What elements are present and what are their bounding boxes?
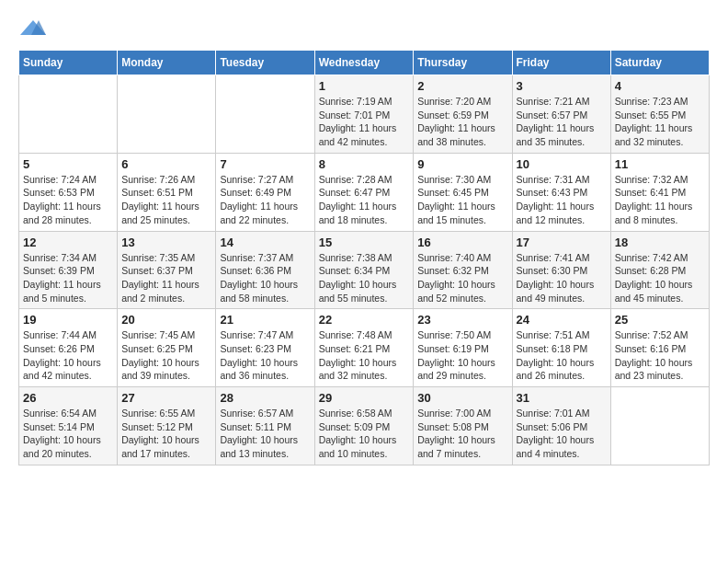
day-info: Sunrise: 7:45 AMSunset: 6:25 PMDaylight:…	[121, 328, 211, 383]
calendar-body: 1Sunrise: 7:19 AMSunset: 7:01 PMDaylight…	[19, 75, 710, 465]
day-number: 4	[615, 79, 705, 93]
day-number: 28	[220, 391, 310, 405]
day-number: 15	[319, 236, 410, 249]
day-number: 6	[121, 157, 211, 171]
calendar-table: SundayMondayTuesdayWednesdayThursdayFrid…	[18, 50, 710, 465]
day-info: Sunrise: 7:23 AMSunset: 6:55 PMDaylight:…	[615, 95, 705, 149]
day-info: Sunrise: 7:47 AMSunset: 6:23 PMDaylight:…	[220, 328, 310, 383]
day-info: Sunrise: 7:20 AMSunset: 6:59 PMDaylight:…	[417, 95, 507, 149]
day-number: 21	[220, 313, 310, 327]
day-number: 9	[417, 157, 507, 171]
calendar-cell: 8Sunrise: 7:28 AMSunset: 6:47 PMDaylight…	[314, 153, 414, 231]
calendar-cell: 21Sunrise: 7:47 AMSunset: 6:23 PMDayligh…	[216, 309, 314, 387]
calendar-cell: 18Sunrise: 7:42 AMSunset: 6:28 PMDayligh…	[610, 231, 709, 309]
calendar-cell: 29Sunrise: 6:58 AMSunset: 5:09 PMDayligh…	[314, 387, 414, 465]
logo	[18, 18, 46, 35]
day-info: Sunrise: 6:54 AMSunset: 5:14 PMDaylight:…	[23, 407, 113, 461]
calendar-cell	[118, 75, 216, 154]
day-number: 29	[319, 391, 410, 405]
day-number: 5	[23, 157, 113, 171]
calendar-cell: 9Sunrise: 7:30 AMSunset: 6:45 PMDaylight…	[414, 153, 512, 231]
calendar-cell: 23Sunrise: 7:50 AMSunset: 6:19 PMDayligh…	[414, 309, 512, 387]
calendar-cell: 7Sunrise: 7:27 AMSunset: 6:49 PMDaylight…	[216, 153, 314, 231]
week-row-4: 19Sunrise: 7:44 AMSunset: 6:26 PMDayligh…	[19, 309, 710, 387]
page-header	[18, 18, 710, 35]
day-info: Sunrise: 7:28 AMSunset: 6:47 PMDaylight:…	[319, 173, 410, 227]
day-info: Sunrise: 7:24 AMSunset: 6:53 PMDaylight:…	[23, 173, 113, 227]
day-info: Sunrise: 7:30 AMSunset: 6:45 PMDaylight:…	[417, 173, 507, 227]
week-row-3: 12Sunrise: 7:34 AMSunset: 6:39 PMDayligh…	[19, 231, 710, 309]
weekday-header-friday: Friday	[512, 51, 610, 75]
day-number: 1	[319, 79, 410, 93]
day-info: Sunrise: 7:21 AMSunset: 6:57 PMDaylight:…	[517, 95, 607, 149]
day-number: 26	[23, 391, 113, 405]
calendar-cell: 3Sunrise: 7:21 AMSunset: 6:57 PMDaylight…	[512, 75, 610, 154]
day-number: 30	[417, 391, 507, 405]
calendar-cell: 6Sunrise: 7:26 AMSunset: 6:51 PMDaylight…	[118, 153, 216, 231]
logo-icon	[20, 18, 46, 39]
calendar-cell: 27Sunrise: 6:55 AMSunset: 5:12 PMDayligh…	[118, 387, 216, 465]
day-number: 12	[23, 236, 113, 249]
day-info: Sunrise: 6:58 AMSunset: 5:09 PMDaylight:…	[319, 407, 410, 461]
calendar-cell: 22Sunrise: 7:48 AMSunset: 6:21 PMDayligh…	[314, 309, 414, 387]
day-number: 3	[517, 79, 607, 93]
calendar-cell: 1Sunrise: 7:19 AMSunset: 7:01 PMDaylight…	[314, 75, 414, 154]
calendar-cell	[19, 75, 118, 154]
day-info: Sunrise: 7:51 AMSunset: 6:18 PMDaylight:…	[517, 328, 607, 383]
day-info: Sunrise: 7:34 AMSunset: 6:39 PMDaylight:…	[23, 251, 113, 305]
day-number: 25	[615, 313, 705, 327]
day-info: Sunrise: 7:26 AMSunset: 6:51 PMDaylight:…	[121, 173, 211, 227]
day-info: Sunrise: 7:48 AMSunset: 6:21 PMDaylight:…	[319, 328, 410, 383]
calendar-cell: 20Sunrise: 7:45 AMSunset: 6:25 PMDayligh…	[118, 309, 216, 387]
day-info: Sunrise: 7:52 AMSunset: 6:16 PMDaylight:…	[615, 328, 705, 383]
calendar-cell: 30Sunrise: 7:00 AMSunset: 5:08 PMDayligh…	[414, 387, 512, 465]
day-number: 2	[417, 79, 507, 93]
day-number: 16	[417, 236, 507, 249]
calendar-cell: 26Sunrise: 6:54 AMSunset: 5:14 PMDayligh…	[19, 387, 118, 465]
calendar-cell: 13Sunrise: 7:35 AMSunset: 6:37 PMDayligh…	[118, 231, 216, 309]
weekday-header-wednesday: Wednesday	[314, 51, 414, 75]
day-number: 23	[417, 313, 507, 327]
day-info: Sunrise: 7:44 AMSunset: 6:26 PMDaylight:…	[23, 328, 113, 383]
calendar-cell: 24Sunrise: 7:51 AMSunset: 6:18 PMDayligh…	[512, 309, 610, 387]
calendar-cell: 11Sunrise: 7:32 AMSunset: 6:41 PMDayligh…	[610, 153, 709, 231]
weekday-header-thursday: Thursday	[414, 51, 512, 75]
calendar-cell: 4Sunrise: 7:23 AMSunset: 6:55 PMDaylight…	[610, 75, 709, 154]
day-info: Sunrise: 7:37 AMSunset: 6:36 PMDaylight:…	[220, 251, 310, 305]
day-number: 27	[121, 391, 211, 405]
day-info: Sunrise: 7:19 AMSunset: 7:01 PMDaylight:…	[319, 95, 410, 149]
weekday-header-monday: Monday	[118, 51, 216, 75]
day-number: 11	[615, 157, 705, 171]
weekday-header-row: SundayMondayTuesdayWednesdayThursdayFrid…	[19, 51, 710, 75]
day-number: 8	[319, 157, 410, 171]
week-row-1: 1Sunrise: 7:19 AMSunset: 7:01 PMDaylight…	[19, 75, 710, 154]
calendar-cell	[610, 387, 709, 465]
calendar-cell: 28Sunrise: 6:57 AMSunset: 5:11 PMDayligh…	[216, 387, 314, 465]
calendar-cell: 2Sunrise: 7:20 AMSunset: 6:59 PMDaylight…	[414, 75, 512, 154]
week-row-5: 26Sunrise: 6:54 AMSunset: 5:14 PMDayligh…	[19, 387, 710, 465]
day-info: Sunrise: 7:01 AMSunset: 5:06 PMDaylight:…	[517, 407, 607, 461]
day-number: 14	[220, 236, 310, 249]
day-number: 10	[517, 157, 607, 171]
calendar-cell: 17Sunrise: 7:41 AMSunset: 6:30 PMDayligh…	[512, 231, 610, 309]
weekday-header-sunday: Sunday	[19, 51, 118, 75]
day-number: 31	[517, 391, 607, 405]
calendar-cell: 16Sunrise: 7:40 AMSunset: 6:32 PMDayligh…	[414, 231, 512, 309]
calendar-cell: 5Sunrise: 7:24 AMSunset: 6:53 PMDaylight…	[19, 153, 118, 231]
day-info: Sunrise: 7:35 AMSunset: 6:37 PMDaylight:…	[121, 251, 211, 305]
weekday-header-saturday: Saturday	[610, 51, 709, 75]
calendar-cell: 10Sunrise: 7:31 AMSunset: 6:43 PMDayligh…	[512, 153, 610, 231]
calendar-cell: 19Sunrise: 7:44 AMSunset: 6:26 PMDayligh…	[19, 309, 118, 387]
day-info: Sunrise: 7:38 AMSunset: 6:34 PMDaylight:…	[319, 251, 410, 305]
day-info: Sunrise: 7:50 AMSunset: 6:19 PMDaylight:…	[417, 328, 507, 383]
day-info: Sunrise: 7:00 AMSunset: 5:08 PMDaylight:…	[417, 407, 507, 461]
day-info: Sunrise: 7:32 AMSunset: 6:41 PMDaylight:…	[615, 173, 705, 227]
day-info: Sunrise: 7:31 AMSunset: 6:43 PMDaylight:…	[517, 173, 607, 227]
week-row-2: 5Sunrise: 7:24 AMSunset: 6:53 PMDaylight…	[19, 153, 710, 231]
day-number: 17	[517, 236, 607, 249]
day-number: 20	[121, 313, 211, 327]
day-info: Sunrise: 7:42 AMSunset: 6:28 PMDaylight:…	[615, 251, 705, 305]
day-info: Sunrise: 7:40 AMSunset: 6:32 PMDaylight:…	[417, 251, 507, 305]
day-info: Sunrise: 6:57 AMSunset: 5:11 PMDaylight:…	[220, 407, 310, 461]
weekday-header-tuesday: Tuesday	[216, 51, 314, 75]
